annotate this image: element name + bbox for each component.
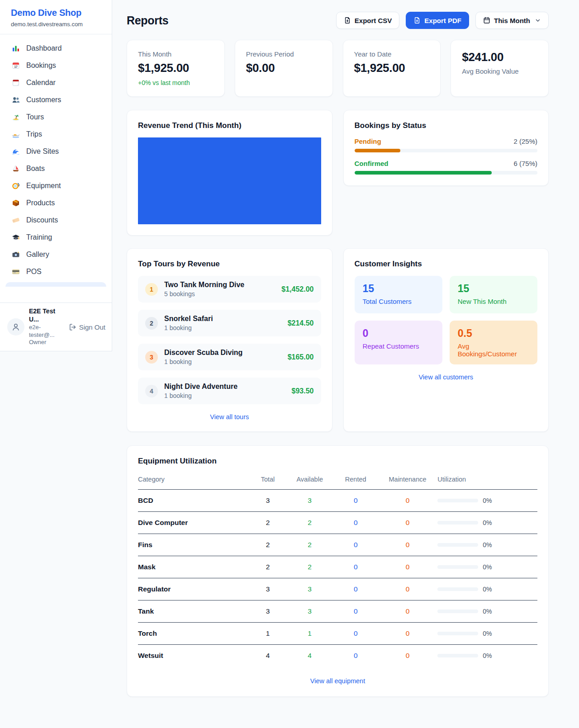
page-title: Reports <box>127 14 168 27</box>
utilization-bar <box>437 610 478 613</box>
tour-bookings: 1 booking <box>164 324 213 331</box>
view-all-customers-link[interactable]: View all customers <box>355 373 538 381</box>
sign-out-button[interactable]: Sign Out <box>69 323 105 331</box>
sidebar-item-training[interactable]: Training <box>0 229 112 246</box>
status-row-pending: Pending 2 (25%) <box>355 137 538 152</box>
utilization-percent: 0% <box>483 630 492 637</box>
tour-amount: $165.00 <box>288 353 314 361</box>
customer-insights-card: Customer Insights 15 Total Customers 15 … <box>343 248 549 432</box>
equipment-table-row: BCD 3 3 0 0 0% <box>138 490 537 512</box>
sidebar-nav: Dashboard 17 Bookings Calendar Customers… <box>0 34 112 280</box>
header-actions: Export CSV Export PDF This Month <box>336 12 549 29</box>
equipment-table-row: Fins 2 2 0 0 0% <box>138 534 537 556</box>
bookings-by-status-title: Bookings by Status <box>355 121 538 130</box>
diving-mask-icon <box>12 182 20 190</box>
export-pdf-button[interactable]: Export PDF <box>406 12 469 29</box>
sidebar-item-discounts[interactable]: Discounts <box>0 212 112 229</box>
sidebar-item-products[interactable]: Products <box>0 194 112 212</box>
utilization-bar <box>437 543 478 547</box>
user-info: E2E Test U... e2e-tester@... Owner <box>29 307 64 346</box>
sidebar-item-gallery[interactable]: Gallery <box>0 246 112 263</box>
tear-calendar-icon <box>12 79 20 87</box>
charts-row: Revenue Trend (This Month) Bookings by S… <box>127 110 549 236</box>
sidebar-item-bookings[interactable]: 17 Bookings <box>0 57 112 74</box>
export-csv-button[interactable]: Export CSV <box>336 12 400 29</box>
tour-name: Snorkel Safari <box>164 315 213 323</box>
sidebar-item-customers[interactable]: Customers <box>0 91 112 109</box>
brand: Demo Dive Shop demo.test.divestreams.com <box>0 0 112 34</box>
revenue-trend-chart <box>138 137 321 224</box>
period-dropdown[interactable]: This Month <box>475 12 549 29</box>
package-icon <box>12 199 20 207</box>
file-export-icon <box>413 17 421 24</box>
utilization-percent: 0% <box>483 652 492 659</box>
sidebar-item-pos[interactable]: POS <box>0 263 112 280</box>
column-header: Rented <box>334 472 378 490</box>
tour-bookings: 1 booking <box>164 358 242 365</box>
sidebar-item-trips[interactable]: Trips <box>0 126 112 143</box>
user-email: e2e-tester@... <box>29 324 64 339</box>
equipment-table-row: Wetsuit 4 4 0 0 0% <box>138 645 537 667</box>
camera-icon <box>12 251 20 259</box>
sidebar-item-calendar[interactable]: Calendar <box>0 74 112 91</box>
utilization-bar <box>437 587 478 591</box>
equipment-table-row: Mask 2 2 0 0 0% <box>138 556 537 578</box>
stat-label: Avg Booking Value <box>462 67 537 75</box>
insight-label: New This Month <box>458 298 529 305</box>
user-footer: E2E Test U... e2e-tester@... Owner Sign … <box>0 303 112 351</box>
equipment-table-row: Regulator 3 3 0 0 0% <box>138 578 537 600</box>
calendar-date-icon: 17 <box>12 61 20 70</box>
tour-amount: $93.50 <box>292 387 314 395</box>
status-label: Confirmed <box>355 160 389 167</box>
island-icon <box>12 113 20 121</box>
utilization-bar <box>437 521 478 525</box>
sidebar-item-boats[interactable]: Boats <box>0 160 112 177</box>
equipment-table: Category Total Available Rented Maintena… <box>138 472 537 667</box>
main-content: Reports Export CSV Export PDF This Month… <box>112 0 579 724</box>
tag-icon <box>12 216 20 224</box>
stat-label: Year to Date <box>354 50 430 58</box>
sidebar-item-dive-sites[interactable]: Dive Sites <box>0 143 112 160</box>
insight-value: 0 <box>363 327 434 340</box>
bar-chart-icon <box>12 44 20 52</box>
calendar-icon <box>483 17 490 24</box>
rank-badge: 3 <box>145 351 158 364</box>
insight-label: Avg Bookings/Customer <box>458 342 529 358</box>
user-role: Owner <box>29 339 64 346</box>
insight-tile-new-this-month: 15 New This Month <box>450 276 537 313</box>
graduation-cap-icon <box>12 233 20 241</box>
insight-value: 0.5 <box>458 327 529 340</box>
file-export-icon <box>344 17 351 24</box>
status-value: 6 (75%) <box>513 160 537 167</box>
view-all-tours-link[interactable]: View all tours <box>138 413 321 421</box>
shop-name: Demo Dive Shop <box>11 8 101 18</box>
revenue-trend-card: Revenue Trend (This Month) <box>127 110 332 236</box>
sidebar-item-tours[interactable]: Tours <box>0 109 112 126</box>
insight-value: 15 <box>363 283 434 295</box>
sidebar: Demo Dive Shop demo.test.divestreams.com… <box>0 0 112 351</box>
tour-row: 3 Discover Scuba Diving 1 booking $165.0… <box>138 344 321 370</box>
sidebar-item-equipment[interactable]: Equipment <box>0 177 112 194</box>
stat-card-this-month: This Month $1,925.00 +0% vs last month <box>127 40 225 97</box>
utilization-bar <box>437 632 478 635</box>
utilization-percent: 0% <box>483 541 492 548</box>
status-bar-fill <box>355 171 492 175</box>
equipment-table-row: Torch 1 1 0 0 0% <box>138 623 537 645</box>
equipment-utilization-card: Equipment Utilization Category Total Ava… <box>127 445 549 697</box>
insight-tile-avg-bookings: 0.5 Avg Bookings/Customer <box>450 321 537 364</box>
top-tours-card: Top Tours by Revenue 1 Two Tank Morning … <box>127 248 332 432</box>
tour-amount: $214.50 <box>288 319 314 327</box>
svg-text:17: 17 <box>14 65 18 68</box>
column-header: Total <box>250 472 285 490</box>
page-header: Reports Export CSV Export PDF This Month <box>127 12 549 29</box>
view-all-equipment-link[interactable]: View all equipment <box>138 677 537 685</box>
person-icon <box>11 322 20 331</box>
insight-label: Total Customers <box>363 298 434 305</box>
utilization-bar <box>437 499 478 502</box>
sidebar-item-reports-partial[interactable] <box>5 282 106 287</box>
rank-badge: 1 <box>145 283 158 296</box>
shop-domain: demo.test.divestreams.com <box>11 21 101 28</box>
tour-bookings: 5 bookings <box>164 290 244 298</box>
column-header: Maintenance <box>378 472 437 490</box>
sidebar-item-dashboard[interactable]: Dashboard <box>0 40 112 57</box>
